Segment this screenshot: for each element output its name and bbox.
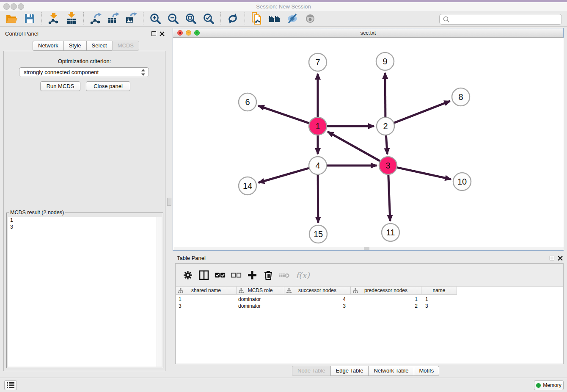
- cell-mcds-role[interactable]: dominator: [237, 303, 284, 309]
- mcds-panel: Optimization criterion: strongly connect…: [3, 51, 165, 371]
- status-bar: Memory: [0, 378, 567, 392]
- zoom-selected-icon[interactable]: [202, 12, 215, 25]
- cell-shared-name[interactable]: 1: [176, 296, 237, 302]
- close-panel-icon[interactable]: [160, 31, 165, 36]
- delete-table-icon[interactable]: [278, 269, 290, 281]
- import-table-icon[interactable]: [65, 12, 78, 25]
- cell-predecessor-nodes[interactable]: 1: [351, 296, 421, 302]
- mcds-result-group: MCDS result (2 nodes) 1 3: [6, 213, 163, 368]
- tab-network-table[interactable]: Network Table: [368, 366, 413, 376]
- tab-select[interactable]: Select: [86, 41, 112, 51]
- canvas-hscroll-thumb[interactable]: [364, 247, 369, 250]
- memory-button[interactable]: Memory: [534, 380, 564, 390]
- graph-edge[interactable]: [388, 175, 390, 221]
- cell-successor-nodes[interactable]: 3: [284, 303, 351, 309]
- column-header-mcds-role[interactable]: MCDS role: [237, 287, 284, 295]
- export-image-icon[interactable]: [125, 12, 138, 25]
- column-header-shared-name[interactable]: shared name: [176, 287, 237, 295]
- close-panel-button[interactable]: Close panel: [86, 81, 130, 91]
- merge-columns-icon[interactable]: [198, 269, 210, 281]
- save-session-icon[interactable]: [23, 12, 36, 25]
- network-bottom-strip: [173, 247, 564, 250]
- splitter-handle[interactable]: [167, 198, 171, 206]
- graph-edge[interactable]: [386, 135, 387, 154]
- run-mcds-button[interactable]: Run MCDS: [40, 81, 80, 91]
- mcds-result-textarea[interactable]: 1 3: [8, 217, 162, 367]
- control-panel-title: Control Panel: [5, 30, 39, 37]
- import-network-icon[interactable]: [47, 12, 60, 25]
- deselect-all-checkboxes-icon[interactable]: [230, 269, 242, 281]
- tab-edge-table[interactable]: Edge Table: [330, 366, 369, 376]
- close-table-panel-icon[interactable]: [558, 256, 563, 261]
- graph-edge[interactable]: [385, 73, 385, 117]
- graph-edge[interactable]: [394, 101, 450, 123]
- export-network-icon[interactable]: [89, 12, 102, 25]
- cell-predecessor-nodes[interactable]: 2: [351, 303, 421, 309]
- cell-name[interactable]: 1: [421, 296, 457, 302]
- graph-edge[interactable]: [259, 168, 309, 182]
- titlebar: Session: New Session: [0, 2, 567, 11]
- column-header-name[interactable]: name: [421, 287, 457, 295]
- table-row[interactable]: 3 dominator 3 2 3: [176, 303, 563, 309]
- list-icon: [7, 382, 14, 388]
- zoom-in-icon[interactable]: [149, 12, 162, 25]
- search-field[interactable]: [439, 14, 562, 25]
- criterion-select[interactable]: strongly connected component: [19, 67, 149, 77]
- cell-shared-name[interactable]: 3: [176, 303, 237, 309]
- open-session-icon[interactable]: [6, 12, 18, 25]
- network-canvas[interactable]: 7968124314101511: [173, 38, 564, 248]
- control-panel-header: Control Panel: [0, 29, 169, 39]
- graph-node-label: 11: [386, 228, 395, 237]
- mcds-result-title: MCDS result (2 nodes): [9, 210, 65, 215]
- delete-column-trash-icon[interactable]: [262, 269, 274, 281]
- table-panel-tabs: Node Table Edge Table Network Table Moti…: [292, 366, 439, 376]
- graph-node-label: 2: [383, 121, 388, 131]
- home-layout-icon[interactable]: [268, 12, 281, 25]
- tab-style[interactable]: Style: [63, 41, 86, 51]
- show-eye-icon[interactable]: [304, 12, 317, 25]
- tab-node-table[interactable]: Node Table: [292, 366, 330, 376]
- add-column-icon[interactable]: [246, 269, 258, 281]
- cell-successor-nodes[interactable]: 4: [284, 296, 351, 302]
- table-row[interactable]: 1 dominator 4 1 1: [176, 296, 563, 303]
- graph-edge[interactable]: [397, 168, 451, 179]
- main-toolbar: [0, 11, 567, 27]
- column-settings-gear-icon[interactable]: [182, 269, 194, 281]
- graph-node-label: 6: [245, 97, 250, 107]
- tree-icon: [353, 288, 358, 293]
- network-title: scc.txt: [173, 30, 563, 36]
- graph-node-label: 10: [457, 177, 467, 186]
- result-scrollbar[interactable]: [157, 217, 162, 367]
- zoom-fit-icon[interactable]: [184, 12, 197, 25]
- toolbar-separator: [41, 12, 42, 25]
- graph-edge[interactable]: [328, 132, 380, 161]
- tab-network[interactable]: Network: [33, 41, 63, 51]
- function-builder-icon[interactable]: f(x): [296, 271, 310, 280]
- tab-motifs[interactable]: Motifs: [414, 366, 440, 376]
- cell-mcds-role[interactable]: dominator: [237, 296, 284, 302]
- cell-name[interactable]: 3: [421, 303, 457, 309]
- graph-node-label: 1: [315, 121, 320, 131]
- graph-edge[interactable]: [318, 175, 318, 223]
- table-panel-header: Table Panel: [173, 253, 564, 262]
- export-table-icon[interactable]: [107, 12, 120, 25]
- optimization-criterion-label: Optimization criterion:: [4, 58, 165, 64]
- graph-node-label: 4: [315, 161, 320, 170]
- search-input[interactable]: [451, 16, 561, 23]
- node-table-container: f(x) shared name MCDS role successor nod…: [175, 263, 564, 364]
- new-network-from-selection-icon[interactable]: [250, 12, 263, 25]
- hide-panels-icon[interactable]: [286, 12, 299, 25]
- column-header-predecessor-nodes[interactable]: predecessor nodes: [351, 287, 421, 295]
- graph-edge[interactable]: [259, 106, 309, 123]
- tab-mcds[interactable]: MCDS: [112, 41, 139, 51]
- zoom-out-icon[interactable]: [167, 12, 179, 25]
- float-table-panel-icon[interactable]: [550, 256, 554, 260]
- refresh-view-icon[interactable]: [226, 12, 239, 25]
- select-all-checkboxes-icon[interactable]: [214, 269, 226, 281]
- task-history-button[interactable]: [4, 380, 17, 390]
- toolbar-separator: [245, 12, 245, 25]
- graph-node-label: 8: [458, 92, 463, 102]
- column-header-successor-nodes[interactable]: successor nodes: [284, 287, 351, 295]
- float-panel-icon[interactable]: [151, 31, 156, 36]
- network-window-titlebar[interactable]: x – + scc.txt: [173, 28, 563, 38]
